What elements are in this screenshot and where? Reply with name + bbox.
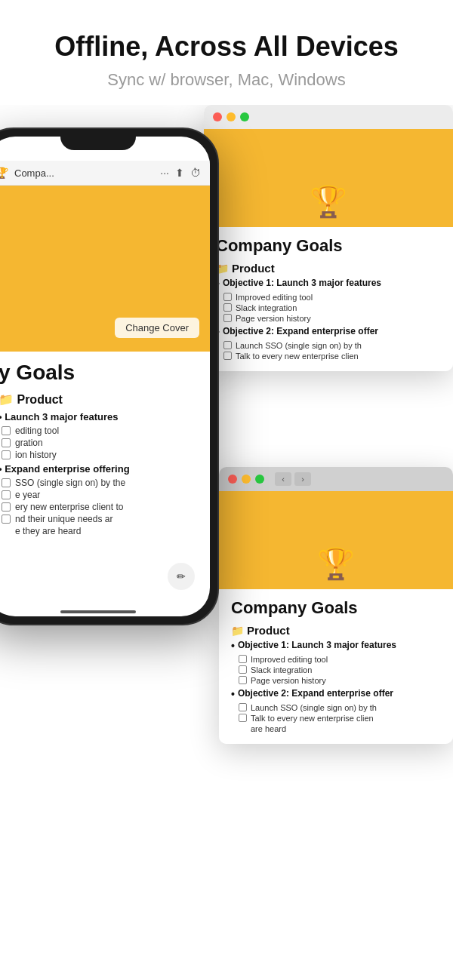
window-bottom-section-title: 📁 Product [231, 624, 441, 637]
phone-url: Compa... [14, 167, 154, 179]
traffic-light-red-b[interactable] [228, 475, 237, 484]
trophy-icon-top: 🏆 [310, 184, 347, 220]
header-title: Offline, Across All Devices [15, 30, 438, 63]
nav-forward-button[interactable]: › [294, 472, 311, 486]
phone-checkbox-item: ion history [0, 450, 198, 460]
header-section: Offline, Across All Devices Sync w/ brow… [0, 0, 453, 105]
phone-item-label: e they are heard [2, 526, 81, 536]
window-bottom-cover: 🏆 [219, 491, 453, 589]
phone-page-title: y Goals [0, 361, 198, 385]
window-top-checkbox-row: Slack integration [216, 303, 441, 312]
window-bottom-section-icon: 📁 [231, 625, 244, 637]
phone-checkbox-item: e year [0, 490, 198, 500]
window-top-checkbox-label: Page version history [236, 314, 311, 323]
window-top-checkbox-row: Talk to every new enterprise clien [216, 352, 441, 361]
phone-screen: 🏆 Compa... ··· ⬆ ⏱ Change Cover y Goals … [0, 137, 210, 616]
window-bottom-objective-2: • Objective 2: Expand enterprise offer [231, 688, 441, 701]
window-bottom-checkbox-label: Page version history [251, 676, 326, 685]
traffic-light-green-b[interactable] [255, 475, 264, 484]
devices-container: ∿ 🏆 Compa... ··· ⬆ ⏱ Change Cover [0, 105, 453, 935]
window-bottom-objective-1: • Objective 1: Launch 3 major features [231, 640, 441, 653]
window-bottom-checkbox-label: are heard [239, 724, 286, 733]
phone-favicon: 🏆 [0, 167, 8, 179]
window-titlebar-top [204, 105, 453, 129]
window-bottom-checkbox-label: Slack integration [251, 665, 312, 674]
window-bottom-checkbox-row: Talk to every new enterprise clien [231, 714, 441, 723]
traffic-light-yellow[interactable] [226, 112, 236, 121]
window-bottom-checkbox[interactable] [239, 703, 247, 711]
window-bottom-checkbox[interactable] [239, 676, 247, 684]
change-cover-button[interactable]: Change Cover [115, 318, 199, 338]
phone-item-label: gration [15, 438, 43, 448]
window-bottom-checkbox-row: Improved editing tool [231, 655, 441, 664]
header-subtitle: Sync w/ browser, Mac, Windows [15, 70, 438, 90]
phone-checkbox[interactable] [2, 490, 11, 499]
window-top-checkbox-label: Launch SSO (single sign on) by th [236, 341, 362, 350]
window-top-content: 🏆 Company Goals 📁 Product • Objective 1:… [204, 129, 453, 371]
window-top-objective-1: • Objective 1: Launch 3 major features [216, 278, 441, 290]
traffic-light-red[interactable] [213, 112, 222, 121]
more-icon[interactable]: ··· [160, 167, 169, 179]
window-top-objective-2: • Objective 2: Expand enterprise offer [216, 326, 441, 339]
phone-page-content: y Goals 📁 Product • Launch 3 major featu… [0, 352, 210, 547]
phone-item-label: ion history [15, 450, 57, 460]
desktop-window-top: 🏆 Company Goals 📁 Product • Objective 1:… [204, 105, 453, 371]
window-bottom-checkbox[interactable] [239, 665, 247, 674]
window-top-page-content: Company Goals 📁 Product • Objective 1: L… [204, 227, 453, 371]
battery-icon [187, 148, 202, 155]
phone-browser-actions: ··· ⬆ ⏱ [160, 167, 201, 179]
window-bottom-page-title: Company Goals [231, 598, 441, 618]
window-top-checkbox-row: Launch SSO (single sign on) by th [216, 341, 441, 350]
wifi-icon: ∿ [177, 146, 184, 157]
phone-browser-bar: 🏆 Compa... ··· ⬆ ⏱ [0, 161, 210, 186]
phone-checkbox-item: SSO (single sign on) by the [0, 478, 198, 488]
phone-item-label: ery new enterprise client to [15, 502, 123, 512]
window-bottom-checkbox[interactable] [239, 714, 247, 722]
phone-edit-button[interactable]: ✏ [168, 563, 195, 590]
phone-checkbox[interactable] [2, 438, 11, 447]
share-icon[interactable]: ⬆ [175, 167, 184, 179]
window-top-checkbox[interactable] [223, 314, 232, 322]
traffic-light-green[interactable] [240, 112, 249, 121]
section-icon: 📁 [0, 393, 17, 406]
window-bottom-checkbox-row: are heard [231, 724, 441, 733]
window-bottom-checkbox-row: Slack integration [231, 665, 441, 674]
window-top-page-title: Company Goals [216, 236, 441, 256]
window-top-checkbox[interactable] [223, 303, 232, 312]
window-bottom-checkbox[interactable] [239, 655, 247, 663]
window-top-checkbox-label: Improved editing tool [236, 293, 313, 302]
phone-mockup: ∿ 🏆 Compa... ··· ⬆ ⏱ Change Cover [0, 127, 219, 625]
window-bottom-checkbox-row: Page version history [231, 676, 441, 685]
phone-checkbox-item: nd their unique needs ar [0, 514, 198, 524]
phone-content: Change Cover y Goals 📁 Product • Launch … [0, 186, 210, 598]
phone-checkbox[interactable] [2, 502, 11, 512]
phone-checkbox-item: ery new enterprise client to [0, 502, 198, 512]
window-top-checkbox-label: Slack integration [236, 303, 297, 312]
history-icon[interactable]: ⏱ [190, 167, 201, 179]
window-top-cover: 🏆 [204, 129, 453, 227]
phone-item-label: editing tool [15, 425, 59, 436]
phone-item-label: nd their unique needs ar [15, 514, 112, 524]
window-top-checkbox[interactable] [223, 341, 232, 349]
phone-item-label: SSO (single sign on) by the [15, 478, 125, 488]
phone-status-icons: ∿ [160, 146, 202, 157]
window-bottom-content: 🏆 Company Goals 📁 Product • Objective 1:… [219, 491, 453, 744]
nav-back-button[interactable]: ‹ [275, 472, 291, 486]
window-bottom-checkbox-label: Talk to every new enterprise clien [251, 714, 374, 723]
phone-checkbox-item: e they are heard [0, 526, 198, 536]
window-titlebar-bottom: ‹ › [219, 467, 453, 491]
desktop-window-bottom: ‹ › 🏆 Company Goals 📁 Product • Objectiv… [219, 467, 453, 744]
phone-section-title: 📁 Product [0, 392, 198, 407]
phone-checkbox[interactable] [2, 515, 11, 524]
phone-objective-2: • Expand enterprise offering [0, 463, 198, 475]
phone-checkbox-item: gration [0, 438, 198, 448]
window-bottom-checkbox-label: Improved editing tool [251, 655, 328, 664]
traffic-light-yellow-b[interactable] [242, 475, 251, 484]
window-top-checkbox[interactable] [223, 352, 232, 360]
phone-checkbox[interactable] [2, 426, 11, 435]
phone-checkbox[interactable] [2, 478, 11, 487]
window-top-section-title: 📁 Product [216, 262, 441, 275]
phone-cover: Change Cover [0, 186, 210, 352]
window-top-checkbox[interactable] [223, 293, 232, 301]
phone-checkbox[interactable] [2, 450, 11, 459]
